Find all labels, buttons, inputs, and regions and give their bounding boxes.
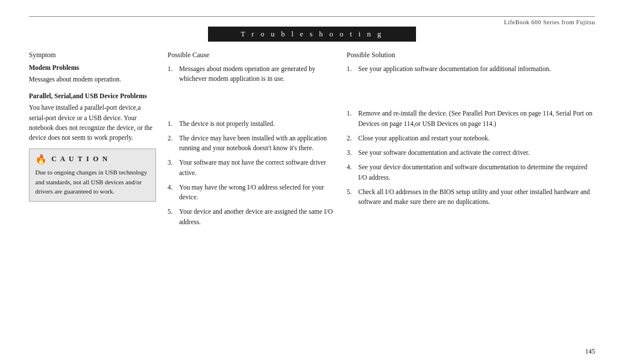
- solution-column: Possible Solution 1. See your applicatio…: [347, 51, 595, 232]
- parallel-solution-4: 4. See your device documentation and sof…: [347, 162, 595, 183]
- parallel-cause-3: 3. Your software may not have the correc…: [168, 158, 337, 178]
- parallel-solution-1: 1. Remove and re-install the device. (Se…: [347, 109, 595, 129]
- parallel-cause-4: 4. You may have the wrong I/O address se…: [168, 183, 337, 203]
- page-number: 145: [585, 348, 595, 355]
- cause-column: Possible Cause 1. Messages about modem o…: [168, 51, 347, 232]
- parallel-section-label: Parallel, Serial,and USB Device Problems: [29, 92, 156, 99]
- modem-solution-1: 1. See your application software documen…: [347, 64, 595, 74]
- caution-label: C A U T I O N: [51, 155, 109, 164]
- parallel-solution-2: 2. Close your application and restart yo…: [347, 133, 595, 143]
- cause-header: Possible Cause: [168, 51, 337, 60]
- top-divider: [29, 16, 595, 17]
- parallel-cause-list: 1. The device is not properly installed.…: [168, 119, 337, 227]
- parallel-cause-2: 2. The device may have been installed wi…: [168, 133, 337, 154]
- header-row: LifeBook 600 Series from Fujitsu: [29, 19, 595, 25]
- modem-cause-list: 1. Messages about modem operation are ge…: [168, 64, 337, 84]
- parallel-symptom: You have installed a parallel-port devic…: [29, 103, 156, 143]
- caution-header: 🔥 C A U T I O N: [35, 154, 150, 165]
- parallel-solution-list: 1. Remove and re-install the device. (Se…: [347, 109, 595, 207]
- caution-icon: 🔥: [35, 154, 48, 165]
- modem-solution-block: 1. See your application software documen…: [347, 64, 595, 74]
- parallel-solution-5: 5. Check all I/O addresses in the BIOS s…: [347, 187, 595, 207]
- page: LifeBook 600 Series from Fujitsu T r o u…: [0, 0, 624, 364]
- parallel-cause-block: 1. The device is not properly installed.…: [168, 119, 337, 227]
- solution-header: Possible Solution: [347, 51, 595, 60]
- section-title-bar: T r o u b l e s h o o t i n g: [208, 27, 416, 42]
- caution-text: Due to ongoing changes in USB technology…: [35, 168, 150, 196]
- modem-cause-block: 1. Messages about modem operation are ge…: [168, 64, 337, 84]
- parallel-solution-block: 1. Remove and re-install the device. (Se…: [347, 109, 595, 207]
- content-area: Symptom Modem Problems Messages about mo…: [29, 51, 595, 232]
- parallel-solution-3: 3. See your software documentation and a…: [347, 148, 595, 158]
- header-title: LifeBook 600 Series from Fujitsu: [504, 19, 595, 25]
- parallel-cause-1: 1. The device is not properly installed.: [168, 119, 337, 129]
- caution-box: 🔥 C A U T I O N Due to ongoing changes i…: [29, 148, 156, 202]
- parallel-cause-5: 5. Your device and another device are as…: [168, 207, 337, 227]
- symptom-header: Symptom: [29, 51, 156, 60]
- modem-symptom: Messages about modem operation.: [29, 75, 156, 84]
- modem-section-label: Modem Problems: [29, 64, 156, 71]
- modem-solution-list: 1. See your application software documen…: [347, 64, 595, 74]
- symptom-column: Symptom Modem Problems Messages about mo…: [29, 51, 168, 232]
- modem-cause-1: 1. Messages about modem operation are ge…: [168, 64, 337, 84]
